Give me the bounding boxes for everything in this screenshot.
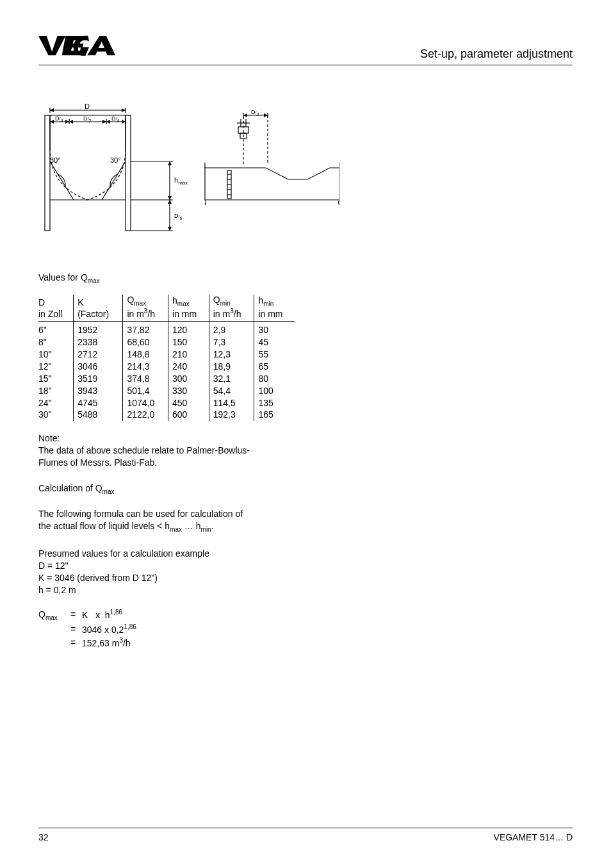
table-row: 12"3046214,324018,965: [38, 361, 295, 373]
table-row: 30"54882122,0600192,3165: [38, 409, 295, 421]
svg-marker-0: [38, 36, 65, 55]
svg-marker-10: [50, 120, 54, 124]
svg-text:30°: 30°: [110, 156, 121, 164]
svg-rect-1: [45, 115, 50, 231]
col-hmax: hmaxin mm: [168, 295, 209, 322]
svg-rect-4: [50, 200, 126, 231]
svg-marker-14: [106, 120, 110, 124]
svg-text:30°: 30°: [50, 156, 61, 164]
equation-block: Qmax = K x h1,86 = 3046 x 0,21,86 = 152,…: [38, 608, 339, 650]
flume-diagram: D D/4 D/2 D/4 30° 30° hmax D/6 D/2: [38, 104, 339, 247]
col-qmax: Qmaxin m3/h: [123, 295, 168, 322]
presumed-values: Presumed values for a calculation exampl…: [38, 548, 339, 596]
svg-marker-24: [168, 200, 172, 204]
table-row: 24"47451074,0450114,5135: [38, 397, 295, 409]
qmax-values-table: Din Zoll K(Factor) Qmaxin m3/h hmaxin mm…: [38, 295, 295, 422]
table-row: 15"3519374,830032,180: [38, 373, 295, 385]
table-row: 18"3943501,433054,4100: [38, 385, 295, 397]
svg-marker-35: [264, 113, 268, 117]
calculation-heading: Calculation of Qmax: [38, 483, 339, 495]
table-row: 6"195237,821202,930: [38, 322, 295, 336]
svg-marker-25: [168, 227, 172, 231]
svg-marker-17: [122, 108, 126, 112]
page-number: 32: [38, 832, 49, 842]
col-k: K(Factor): [74, 295, 123, 322]
col-qmin: Qminin m3/h: [209, 295, 254, 322]
svg-marker-15: [122, 120, 126, 124]
svg-marker-34: [243, 113, 247, 117]
values-heading: Values for Qmax: [38, 272, 339, 284]
svg-marker-12: [69, 120, 73, 124]
formula-description: The following formula can be used for ca…: [38, 508, 339, 534]
brand-logo: [38, 32, 115, 63]
svg-text:D: D: [85, 104, 90, 110]
header-section-title: Set-up, parameter adjustment: [420, 47, 573, 63]
svg-marker-13: [102, 120, 106, 124]
svg-rect-2: [126, 115, 131, 231]
table-row: 10"2712148,821012,355: [38, 348, 295, 361]
note-block: Note: The data of above schedule relate …: [38, 432, 339, 469]
svg-marker-11: [65, 120, 69, 124]
svg-text:D/6: D/6: [174, 213, 182, 220]
svg-marker-19: [168, 161, 172, 165]
document-id: VEGAMET 514… D: [494, 832, 573, 842]
svg-marker-20: [168, 196, 172, 200]
table-row: 8"233868,601507,345: [38, 336, 295, 348]
svg-text:hmax: hmax: [174, 176, 188, 186]
svg-marker-16: [50, 108, 54, 112]
col-d: Din Zoll: [38, 295, 74, 322]
col-hmin: hminin mm: [254, 295, 295, 322]
